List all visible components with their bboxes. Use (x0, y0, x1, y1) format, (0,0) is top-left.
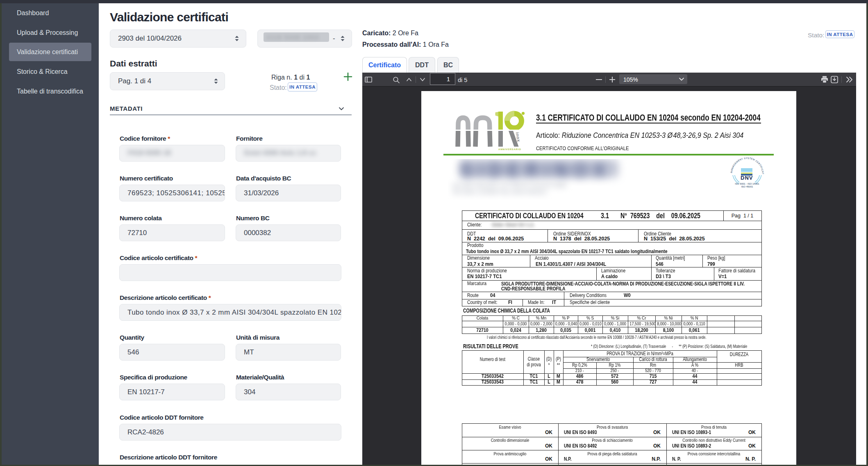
svg-text:ISO 9001 - ISO 14001: ISO 9001 - ISO 14001 (735, 183, 759, 185)
svg-text:ANNIVERSARIO: ANNIVERSARIO (498, 148, 521, 151)
svg-text:ISO 45001: ISO 45001 (741, 185, 753, 188)
svg-text:DNV: DNV (741, 175, 753, 181)
